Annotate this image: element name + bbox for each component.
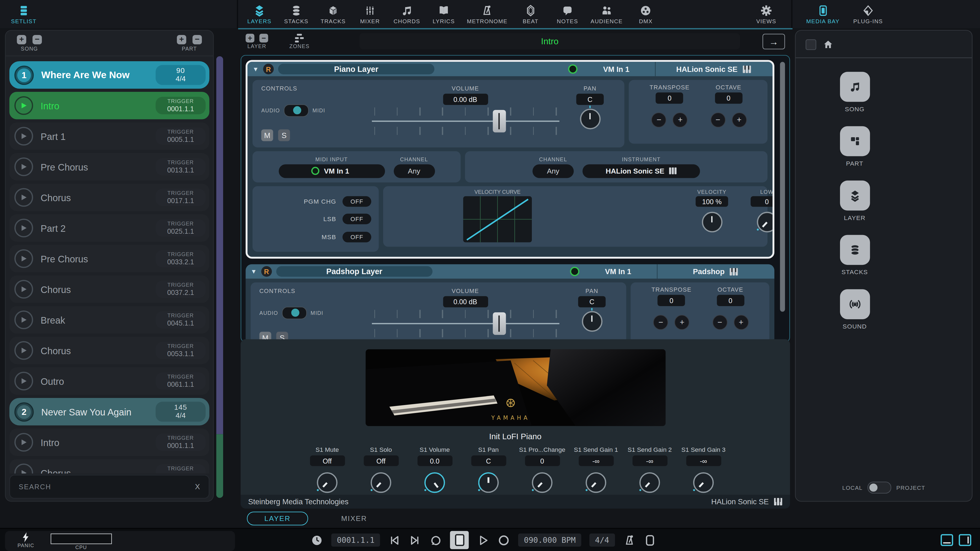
volume-fader-handle[interactable] — [492, 110, 506, 132]
tempo-display[interactable]: 090.000 BPM — [518, 534, 581, 547]
audio-midi-toggle[interactable] — [284, 105, 309, 117]
toolbar-item-metronome[interactable]: METRONOME — [467, 4, 507, 24]
octave-value[interactable]: 0 — [715, 92, 742, 103]
toggle-bottom-panel-icon[interactable] — [940, 534, 953, 546]
param-knob[interactable] — [371, 472, 391, 493]
part-row[interactable]: Chorus TRIGGER 0053.1.1 — [9, 337, 209, 364]
tab-mixer[interactable]: MIXER — [324, 512, 384, 525]
pan-knob[interactable] — [582, 311, 602, 332]
play-part-button[interactable] — [14, 127, 33, 146]
param-value[interactable]: -∞ — [686, 455, 721, 466]
part-row[interactable]: Pre Chorus TRIGGER 0013.1.1 — [9, 153, 209, 181]
octave-minus-button[interactable]: − — [712, 315, 727, 330]
toolbar-item-notes[interactable]: NOTES — [554, 4, 581, 24]
velocity-value[interactable]: 100 % — [695, 196, 728, 207]
volume-fader-handle[interactable] — [492, 313, 506, 335]
remove-layer-button[interactable]: − — [259, 33, 268, 42]
time-format-button[interactable] — [310, 534, 323, 546]
play-part-button[interactable] — [14, 310, 33, 329]
instrument-select[interactable]: HALion Sonic SE — [582, 164, 700, 178]
play-part-button[interactable] — [14, 280, 33, 299]
part-row[interactable]: Intro TRIGGER 0001.1.1 — [9, 92, 209, 119]
volume-fader[interactable] — [372, 310, 559, 338]
song-row[interactable]: 2 Never Saw You Again 145 4/4 — [9, 398, 209, 426]
preset-name[interactable]: Init LoFI Piano — [240, 432, 790, 441]
record-arm-button[interactable]: R — [261, 266, 272, 277]
param-knob[interactable] — [532, 472, 552, 493]
play-part-button[interactable] — [14, 188, 33, 207]
midi-channel-select[interactable]: Any — [393, 164, 435, 178]
play-part-button[interactable] — [14, 219, 33, 238]
play-part-button[interactable] — [14, 372, 33, 391]
octave-value[interactable]: 0 — [717, 295, 744, 306]
tile-layer[interactable]: LAYER — [822, 181, 888, 221]
volume-fader[interactable] — [372, 107, 559, 135]
layer-name[interactable]: Piano Layer — [278, 64, 434, 75]
remove-song-button[interactable]: − — [33, 35, 42, 44]
tab-layer[interactable]: LAYER — [247, 512, 308, 525]
local-project-toggle[interactable] — [868, 481, 891, 493]
pan-value[interactable]: C — [578, 296, 606, 307]
toolbar-item-audience[interactable]: AUDIENCE — [590, 4, 623, 24]
setlist-scroll-indicator[interactable] — [216, 56, 223, 498]
pan-knob[interactable] — [580, 109, 600, 129]
layer-instrument[interactable]: HALion Sonic SE — [660, 65, 768, 73]
search-input[interactable]: SEARCH X — [9, 475, 209, 499]
toolbar-item-beat[interactable]: BEAT — [517, 4, 544, 24]
collapse-icon[interactable]: ▼ — [251, 268, 257, 275]
pgm-chg-toggle[interactable]: OFF — [343, 196, 371, 206]
solo-button[interactable]: S — [278, 129, 290, 141]
param-knob[interactable] — [425, 472, 445, 493]
transpose-plus-button[interactable]: + — [673, 112, 688, 127]
play-part-button[interactable] — [14, 96, 33, 115]
toolbar-item-mixer[interactable]: MIXER — [356, 4, 384, 24]
position-display[interactable]: 0001.1.1 — [331, 534, 380, 547]
param-value[interactable]: -∞ — [632, 455, 667, 466]
play-part-button[interactable] — [14, 464, 33, 474]
tile-sound[interactable]: SOUND — [822, 289, 888, 330]
pad-button[interactable] — [643, 534, 656, 546]
part-row[interactable]: Chorus TRIGGER 0005.1.1 — [9, 459, 209, 474]
octave-plus-button[interactable]: + — [732, 112, 747, 127]
part-row[interactable]: Chorus TRIGGER 0037.2.1 — [9, 275, 209, 303]
tile-part[interactable]: PART — [822, 126, 888, 167]
play-button[interactable] — [477, 534, 490, 546]
collapse-icon[interactable]: ▼ — [252, 66, 259, 72]
remove-part-button[interactable]: − — [192, 35, 202, 44]
toolbar-item-lyrics[interactable]: LYRICS — [430, 4, 458, 24]
layer-input[interactable]: VM In 1 — [584, 267, 652, 276]
param-value[interactable]: 0 — [525, 455, 560, 466]
part-row[interactable]: Part 2 TRIGGER 0025.1.1 — [9, 214, 209, 242]
velocity-knob[interactable] — [702, 212, 722, 232]
param-value[interactable]: C — [471, 455, 506, 466]
play-part-button[interactable] — [14, 433, 33, 452]
layer-panel-piano[interactable]: ▼ R Piano Layer VM In 1 HALion Sonic SE — [245, 60, 775, 259]
transpose-plus-button[interactable]: + — [675, 315, 690, 330]
add-layer-button[interactable]: + — [245, 33, 254, 42]
part-row[interactable]: Chorus TRIGGER 0017.1.1 — [9, 184, 209, 211]
limit-low-value[interactable]: 0 — [751, 196, 775, 207]
time-signature-display[interactable]: 4/4 — [589, 534, 615, 547]
param-value[interactable]: -∞ — [578, 455, 613, 466]
param-value[interactable]: Off — [363, 455, 398, 466]
param-knob[interactable] — [586, 472, 606, 493]
param-knob[interactable] — [639, 472, 660, 493]
part-row[interactable]: Outro TRIGGER 0061.1.1 — [9, 367, 209, 395]
go-to-end-button[interactable] — [409, 534, 422, 546]
toggle-right-panel-icon[interactable] — [959, 534, 971, 546]
toolbar-item-layers[interactable]: LAYERS — [245, 4, 273, 24]
midi-input-select[interactable]: VM In 1 — [278, 164, 385, 178]
stop-button[interactable] — [450, 531, 469, 549]
layer-instrument[interactable]: Padshop — [662, 267, 770, 276]
volume-value[interactable]: 0.00 dB — [443, 94, 488, 105]
transpose-minus-button[interactable]: − — [651, 112, 667, 127]
toolbar-item-plug-ins[interactable]: PLUG-INS — [853, 4, 883, 24]
part-row[interactable]: Intro TRIGGER 0001.1.1 — [9, 429, 209, 456]
toolbar-item-stacks[interactable]: STACKS — [282, 4, 310, 24]
param-value[interactable]: Off — [310, 455, 345, 466]
param-knob[interactable] — [317, 472, 337, 493]
tile-stacks[interactable]: STACKS — [822, 235, 888, 275]
go-to-start-button[interactable] — [388, 534, 401, 546]
next-part-button[interactable]: → — [763, 33, 785, 49]
panic-button[interactable]: PANIC — [18, 532, 34, 548]
